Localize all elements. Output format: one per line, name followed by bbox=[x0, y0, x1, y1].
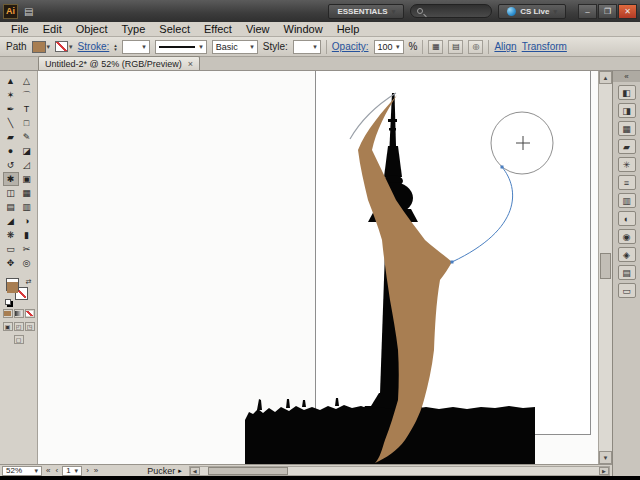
workspace-switcher[interactable]: ESSENTIALS ▾ bbox=[328, 4, 404, 19]
artboard-tool[interactable]: ▭ bbox=[3, 242, 19, 256]
menu-window[interactable]: Window bbox=[277, 23, 330, 35]
draw-behind-button[interactable]: ◰ bbox=[14, 322, 24, 331]
blend-tool[interactable]: ◑ bbox=[19, 214, 35, 228]
stroke-panel-icon[interactable]: ≡ bbox=[618, 175, 636, 190]
scroll-left-icon[interactable]: ◀ bbox=[190, 467, 200, 475]
hand-tool[interactable]: ✥ bbox=[3, 256, 19, 270]
rectangle-tool[interactable]: □ bbox=[19, 116, 35, 130]
zoom-combo[interactable]: 52% ▾ bbox=[2, 466, 42, 476]
zoom-tool[interactable]: ◎ bbox=[19, 256, 35, 270]
default-fill-stroke-icon[interactable] bbox=[5, 299, 11, 305]
free-transform-tool[interactable]: ▣ bbox=[19, 172, 35, 186]
menu-effect[interactable]: Effect bbox=[197, 23, 239, 35]
minimize-button[interactable]: – bbox=[578, 4, 597, 19]
draw-inside-button[interactable]: ◳ bbox=[25, 322, 35, 331]
search-input[interactable] bbox=[410, 4, 492, 18]
paintbrush-tool[interactable]: ▰ bbox=[3, 130, 19, 144]
opacity-combo[interactable]: 100 ▾ bbox=[374, 40, 404, 54]
layers-panel-icon[interactable]: ▤ bbox=[618, 265, 636, 280]
perspective-grid-tool[interactable]: ▦ bbox=[19, 186, 35, 200]
color-button[interactable] bbox=[3, 309, 13, 318]
swap-fill-stroke-icon[interactable]: ⇄ bbox=[26, 278, 32, 286]
pen-tool[interactable]: ✒ bbox=[3, 102, 19, 116]
gradient-button[interactable] bbox=[14, 309, 24, 318]
menu-object[interactable]: Object bbox=[69, 23, 115, 35]
shape-builder-tool[interactable]: ◫ bbox=[3, 186, 19, 200]
line-segment-tool[interactable]: ╲ bbox=[3, 116, 19, 130]
vertical-scrollbar[interactable]: ▲ ▼ bbox=[598, 71, 612, 464]
color-panel-icon[interactable]: ◧ bbox=[618, 85, 636, 100]
stroke-weight-combo[interactable]: ▾ bbox=[122, 40, 150, 54]
pucker-tool[interactable]: ✱ bbox=[3, 172, 19, 186]
menu-edit[interactable]: Edit bbox=[36, 23, 69, 35]
lasso-tool[interactable]: ⌒ bbox=[19, 88, 35, 102]
anchor-point[interactable] bbox=[501, 166, 504, 169]
tab-close-icon[interactable]: × bbox=[188, 59, 193, 69]
scroll-right-icon[interactable]: ▶ bbox=[599, 467, 609, 475]
last-artboard-button[interactable]: » bbox=[93, 466, 99, 475]
stroke-color-control[interactable]: ▾ bbox=[55, 41, 73, 52]
document-canvas[interactable] bbox=[38, 71, 598, 464]
draw-normal-button[interactable]: ▣ bbox=[3, 322, 13, 331]
menu-file[interactable]: File bbox=[4, 23, 36, 35]
style-combo[interactable]: ▾ bbox=[293, 40, 321, 54]
cs-live-button[interactable]: CS Live ▾ bbox=[498, 4, 566, 19]
anchor-point[interactable] bbox=[451, 261, 454, 264]
close-button[interactable]: ✕ bbox=[618, 4, 637, 19]
maximize-button[interactable]: ❐ bbox=[598, 4, 617, 19]
column-graph-tool[interactable]: ▮ bbox=[19, 228, 35, 242]
screen-mode-button[interactable]: ▢ bbox=[14, 335, 24, 344]
scroll-down-icon[interactable]: ▼ bbox=[599, 451, 612, 464]
artboards-panel-icon[interactable]: ▭ bbox=[618, 283, 636, 298]
next-artboard-button[interactable]: › bbox=[85, 466, 90, 475]
swatches-panel-icon[interactable]: ▦ bbox=[618, 121, 636, 136]
menu-view[interactable]: View bbox=[239, 23, 277, 35]
canvas-artwork[interactable] bbox=[38, 71, 598, 464]
eraser-tool[interactable]: ◪ bbox=[19, 144, 35, 158]
fill-color-control[interactable]: ▾ bbox=[32, 41, 51, 53]
width-profile-combo[interactable]: ▾ bbox=[155, 40, 207, 54]
rotate-tool[interactable]: ↺ bbox=[3, 158, 19, 172]
first-artboard-button[interactable]: « bbox=[45, 466, 51, 475]
pencil-tool[interactable]: ✎ bbox=[19, 130, 35, 144]
menu-type[interactable]: Type bbox=[115, 23, 153, 35]
artboard-number-combo[interactable]: 1 ▾ bbox=[62, 466, 82, 476]
pen-path-preview[interactable] bbox=[452, 167, 513, 262]
eyedropper-tool[interactable]: ◢ bbox=[3, 214, 19, 228]
document-setup-icon[interactable]: ▦ bbox=[428, 40, 443, 54]
scroll-up-icon[interactable]: ▲ bbox=[599, 71, 612, 84]
document-tab[interactable]: Untitled-2* @ 52% (RGB/Preview) × bbox=[38, 56, 200, 70]
symbols-panel-icon[interactable]: ✳ bbox=[618, 157, 636, 172]
magic-wand-tool[interactable]: ✶ bbox=[3, 88, 19, 102]
brushes-panel-icon[interactable]: ▰ bbox=[618, 139, 636, 154]
transform-panel-link[interactable]: Transform bbox=[522, 41, 567, 52]
opacity-panel-link[interactable]: Opacity: bbox=[332, 41, 369, 52]
selection-tool[interactable]: ▲ bbox=[3, 74, 19, 88]
vertical-scroll-thumb[interactable] bbox=[600, 253, 611, 279]
symbol-sprayer-tool[interactable]: ❋ bbox=[3, 228, 19, 242]
expand-dock-button[interactable]: « bbox=[613, 71, 640, 82]
blob-brush-tool[interactable]: ● bbox=[3, 144, 19, 158]
app-icon[interactable]: Ai bbox=[3, 4, 18, 19]
appearance-panel-icon[interactable]: ◉ bbox=[618, 229, 636, 244]
stroke-panel-link[interactable]: Stroke: bbox=[78, 41, 110, 52]
none-button[interactable] bbox=[25, 309, 35, 318]
preferences-icon[interactable]: ▤ bbox=[448, 40, 463, 54]
type-tool[interactable]: T bbox=[19, 102, 35, 116]
align-panel-link[interactable]: Align bbox=[494, 41, 516, 52]
horizontal-scrollbar[interactable]: ◀ ▶ bbox=[189, 466, 610, 476]
gradient-tool[interactable]: ▥ bbox=[19, 200, 35, 214]
arrange-documents-icon[interactable]: ▤ bbox=[24, 6, 33, 17]
status-popup-icon[interactable]: ▸ bbox=[178, 467, 182, 475]
scale-tool[interactable]: ◿ bbox=[19, 158, 35, 172]
slice-tool[interactable]: ✂ bbox=[19, 242, 35, 256]
stroke-weight-stepper[interactable]: ▴ ▾ bbox=[114, 43, 117, 51]
menu-help[interactable]: Help bbox=[330, 23, 367, 35]
gradient-panel-icon[interactable]: ▥ bbox=[618, 193, 636, 208]
brush-definition-combo[interactable]: Basic ▾ bbox=[212, 40, 258, 54]
color-guide-panel-icon[interactable]: ◨ bbox=[618, 103, 636, 118]
transparency-panel-icon[interactable]: ◐ bbox=[618, 211, 636, 226]
mesh-tool[interactable]: ▤ bbox=[3, 200, 19, 214]
fill-swatch[interactable] bbox=[6, 278, 19, 291]
horizontal-scroll-thumb[interactable] bbox=[208, 467, 288, 475]
